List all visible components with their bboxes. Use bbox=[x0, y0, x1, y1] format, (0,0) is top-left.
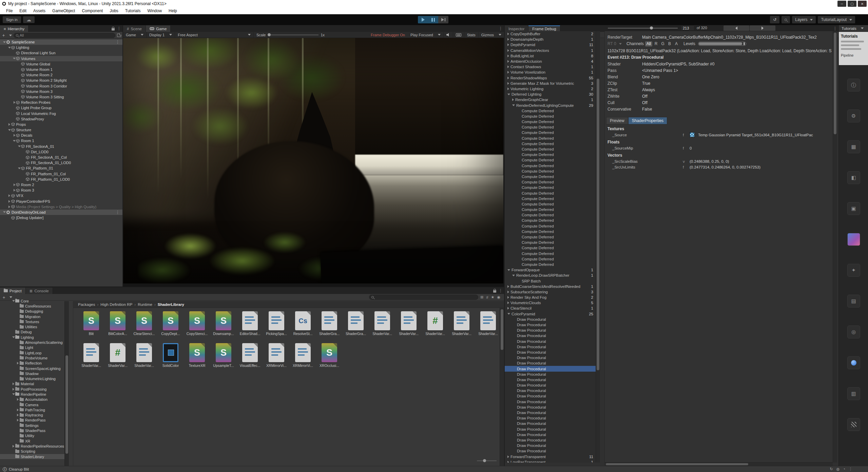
event-row-forwardtransparent[interactable]: ForwardTransparent11 bbox=[505, 454, 596, 459]
event-row-draw-procedural[interactable]: Draw Procedural bbox=[505, 427, 596, 432]
event-row-renderdeferredlightingcompute[interactable]: RenderDeferredLightingCompute29 bbox=[505, 102, 596, 108]
next-event-button[interactable] bbox=[750, 25, 775, 31]
chevron-right-icon[interactable] bbox=[8, 194, 11, 197]
channel-button-b[interactable]: B bbox=[667, 41, 673, 46]
project-search-input[interactable] bbox=[369, 295, 478, 300]
event-list-scrollbar[interactable] bbox=[596, 31, 600, 463]
event-row-draw-procedural[interactable]: Draw Procedural bbox=[505, 350, 596, 355]
asset-solidcolor[interactable]: SolidColor bbox=[157, 343, 184, 375]
event-row-compute-deferred[interactable]: Compute Deferred bbox=[505, 212, 596, 218]
breadcrumb-item-packages[interactable]: Packages bbox=[78, 302, 95, 307]
event-row-compute-deferred[interactable]: Compute Deferred bbox=[505, 196, 596, 201]
chevron-right-icon[interactable] bbox=[16, 409, 20, 411]
chevron-down-icon[interactable] bbox=[507, 313, 510, 315]
details-hscrollbar[interactable] bbox=[604, 462, 833, 466]
folder-item-pathtracing[interactable]: PathTracing bbox=[0, 407, 64, 412]
event-row-draw-procedural[interactable]: Draw Procedural bbox=[505, 421, 596, 426]
event-row-lowrestransparent[interactable]: LowResTransparent1 bbox=[505, 459, 596, 463]
event-row-contact-shadows[interactable]: Contact Shadows1 bbox=[505, 64, 596, 70]
kebab-menu-icon[interactable]: ⋮ bbox=[833, 26, 837, 31]
event-row-compute-deferred[interactable]: Compute Deferred bbox=[505, 201, 596, 207]
event-row-draw-procedural[interactable]: Draw Procedural bbox=[505, 448, 596, 454]
tab-project[interactable]: Project bbox=[0, 288, 26, 294]
chevron-right-icon[interactable] bbox=[507, 38, 509, 41]
minimize-button[interactable]: ─ bbox=[837, 1, 846, 7]
event-row-depthpyramid[interactable]: DepthPyramid11 bbox=[505, 42, 596, 47]
chevron-right-icon[interactable] bbox=[507, 285, 509, 288]
chevron-right-icon[interactable] bbox=[16, 419, 20, 421]
chevron-right-icon[interactable] bbox=[13, 183, 16, 186]
chevron-right-icon[interactable] bbox=[507, 65, 509, 68]
event-row-compute-deferred[interactable]: Compute Deferred bbox=[505, 262, 596, 267]
kebab-menu-icon[interactable]: ⋮ bbox=[117, 26, 121, 31]
event-row-cameramotionvectors[interactable]: CameraMotionVectors1 bbox=[505, 48, 596, 53]
asset-shadervar-[interactable]: ShaderVar... bbox=[475, 311, 501, 343]
undo-history-button[interactable]: ↺ bbox=[770, 16, 779, 23]
layers-dropdown[interactable]: Layers bbox=[792, 16, 816, 23]
event-row-compute-deferred[interactable]: Compute Deferred bbox=[505, 146, 596, 152]
folder-item-renderpass[interactable]: RenderPass bbox=[0, 418, 64, 423]
event-row-draw-procedural[interactable]: Draw Procedural bbox=[505, 388, 596, 393]
folder-item-screenspacelighting[interactable]: ScreenSpaceLighting bbox=[0, 366, 64, 371]
frame-slider[interactable] bbox=[608, 28, 678, 28]
chevron-down-icon[interactable] bbox=[512, 275, 515, 276]
asset-grid-scrollbar[interactable] bbox=[500, 308, 504, 466]
event-row-volumetricclouds[interactable]: VolumetricClouds5 bbox=[505, 300, 596, 306]
chevron-right-icon[interactable] bbox=[12, 382, 15, 385]
layout-dropdown[interactable]: TutorialLayout bbox=[818, 16, 855, 23]
folder-item-material[interactable]: Material bbox=[0, 381, 64, 387]
breadcrumb-item-runtime[interactable]: Runtime bbox=[138, 302, 152, 307]
folder-item-camera[interactable]: Camera bbox=[0, 402, 64, 407]
hierarchy-item-dontdestroyonload[interactable]: DontDestroyOnLoad⋮ bbox=[0, 210, 122, 215]
chevron-down-icon[interactable] bbox=[3, 211, 6, 213]
event-row-srp-batch[interactable]: SRP Batch bbox=[505, 278, 596, 283]
refresh-icon[interactable]: ↻ bbox=[830, 467, 833, 471]
event-row-draw-procedural[interactable]: Draw Procedural bbox=[505, 372, 596, 377]
hierarchy-item-room-2[interactable]: Room 2 bbox=[0, 182, 122, 188]
event-row-subsurfacescattering[interactable]: SubsurfaceScattering3 bbox=[505, 289, 596, 295]
channel-button-all[interactable]: All bbox=[645, 41, 652, 46]
chevron-down-icon[interactable] bbox=[8, 129, 11, 131]
asset-blitcolora-[interactable]: SBlitColorA... bbox=[104, 311, 131, 343]
menu-item-file[interactable]: File bbox=[3, 7, 16, 14]
folder-item-utility[interactable]: Utility bbox=[0, 433, 64, 438]
folder-item-textures[interactable]: Textures bbox=[0, 319, 64, 324]
vsync-button[interactable] bbox=[453, 32, 464, 38]
folder-item-renderpipeline[interactable]: RenderPipeline bbox=[0, 392, 64, 397]
chevron-right-icon[interactable] bbox=[512, 98, 514, 101]
image-icon[interactable]: ▣ bbox=[847, 202, 860, 215]
chevron-down-icon[interactable] bbox=[13, 58, 16, 59]
folder-item-shaderpass[interactable]: ShaderPass bbox=[0, 428, 64, 433]
event-row-compute-deferred[interactable]: Compute Deferred bbox=[505, 152, 596, 157]
chevron-right-icon[interactable] bbox=[12, 388, 15, 391]
event-row-compute-deferred[interactable]: Compute Deferred bbox=[505, 136, 596, 141]
event-row-compute-deferred[interactable]: Compute Deferred bbox=[505, 223, 596, 229]
kebab-menu-icon[interactable]: ⋮ bbox=[116, 210, 120, 215]
list-icon[interactable]: ▤ bbox=[847, 295, 860, 308]
grid-icon[interactable]: ▦ bbox=[847, 140, 860, 153]
display-dropdown[interactable]: Display 1 bbox=[147, 32, 175, 38]
event-row-compute-deferred[interactable]: Compute Deferred bbox=[505, 240, 596, 245]
chevron-right-icon[interactable] bbox=[507, 55, 509, 57]
hierarchy-item-shadowproxy[interactable]: ShadowProxy bbox=[0, 116, 122, 122]
tab-shader-properties[interactable]: ShaderProperties bbox=[628, 117, 667, 124]
hierarchy-item-room-3[interactable]: Room 3 bbox=[0, 188, 122, 193]
hierarchy-item-dirt-lod0[interactable]: Dirt_LOD0 bbox=[0, 149, 122, 155]
event-row-draw-procedural[interactable]: Draw Procedural bbox=[505, 399, 596, 405]
folder-item-lightloop[interactable]: LightLoop bbox=[0, 350, 64, 355]
mute-audio-button[interactable] bbox=[444, 32, 453, 38]
event-row-volume-voxelization[interactable]: Volume Voxelization1 bbox=[505, 70, 596, 75]
asset-clearstenci-[interactable]: SClearStenci... bbox=[131, 311, 157, 343]
split-view-icon[interactable]: ◧ bbox=[847, 171, 860, 184]
grip-icon[interactable] bbox=[847, 418, 860, 431]
sign-in-button[interactable]: Sign in bbox=[3, 16, 21, 23]
tab-preview[interactable]: Preview bbox=[606, 117, 628, 124]
asset-shadervar-[interactable]: ShaderVar... bbox=[396, 311, 422, 343]
chevron-down-icon[interactable] bbox=[8, 47, 11, 48]
status-message[interactable]: Cleanup Blit bbox=[9, 467, 29, 471]
asset-downsamp-[interactable]: SDownsamp... bbox=[210, 311, 237, 343]
chevron-right-icon[interactable] bbox=[507, 43, 509, 46]
event-row-draw-procedural[interactable]: Draw Procedural bbox=[505, 405, 596, 410]
asset-editorshad-[interactable]: EditorShad... bbox=[237, 311, 263, 343]
gizmos-dropdown[interactable]: Gizmos bbox=[479, 32, 504, 38]
